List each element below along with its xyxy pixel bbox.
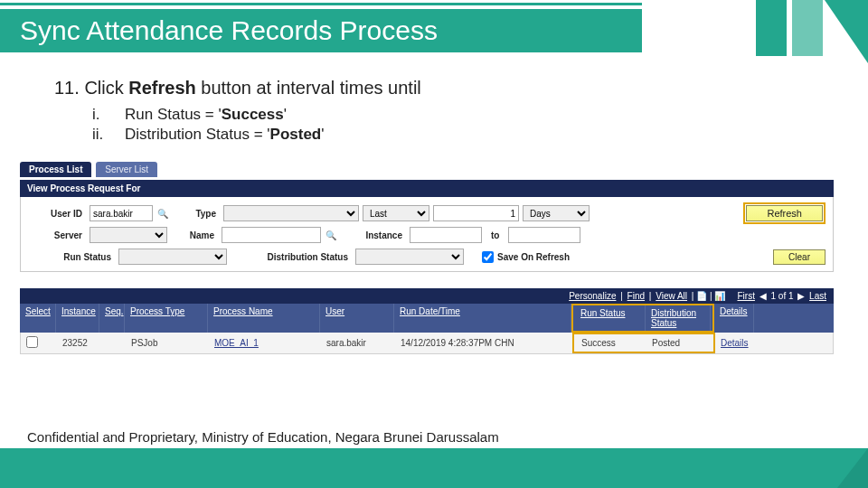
slide-title: Sync Attendance Records Process	[20, 15, 438, 46]
lookup-icon[interactable]: 🔍	[156, 207, 169, 220]
title-ribbon: Sync Attendance Records Process	[0, 9, 642, 52]
highlight-status-headers: Run Status Distribution Status	[571, 304, 714, 333]
cell-run-datetime: 14/12/2019 4:28:37PM CHN	[395, 334, 572, 352]
label-user-id: User ID	[28, 209, 82, 219]
link-viewall[interactable]: View All	[656, 291, 687, 301]
tab-server-list[interactable]: Server List	[96, 162, 157, 177]
cell-dist-status: Posted	[646, 334, 712, 352]
page-range: 1 of 1	[771, 291, 794, 301]
tab-process-list[interactable]: Process List	[20, 162, 91, 177]
slide-body: 11. Click Refresh button at interval tim…	[0, 54, 868, 144]
corner-decoration	[660, 0, 868, 63]
input-name[interactable]	[222, 227, 321, 243]
step-number: 11.	[54, 78, 80, 98]
select-server[interactable]	[90, 227, 167, 243]
link-first[interactable]: First	[737, 291, 754, 301]
input-instance-to[interactable]	[508, 227, 580, 243]
clear-button[interactable]: Clear	[773, 249, 826, 265]
label-run-status: Run Status	[28, 252, 111, 262]
link-last[interactable]: Last	[809, 291, 826, 301]
col-run-status[interactable]: Run Status	[575, 305, 646, 331]
cell-instance: 23252	[57, 334, 100, 352]
footer-wedge	[837, 448, 868, 488]
cell-process-type: PSJob	[126, 334, 209, 352]
section-header: View Process Request For	[20, 180, 834, 197]
filter-form: User ID 🔍 Type Last Days Refresh Server …	[20, 197, 834, 272]
input-instance-from[interactable]	[410, 227, 482, 243]
substep-2: ii. Distribution Status = 'Posted'	[92, 126, 814, 144]
substep-1: i. Run Status = 'Success'	[92, 106, 814, 124]
label-instance: Instance	[341, 230, 402, 240]
input-user-id[interactable]	[90, 205, 153, 221]
select-type[interactable]	[223, 205, 359, 221]
label-name: Name	[171, 230, 214, 240]
link-find[interactable]: Find	[627, 291, 645, 301]
label-dist-status: Distribution Status	[231, 252, 348, 262]
cell-details-link[interactable]: Details	[715, 334, 755, 352]
step-text-bold: Refresh	[128, 78, 195, 98]
step-line: 11. Click Refresh button at interval tim…	[54, 78, 814, 99]
slide-title-bar: Sync Attendance Records Process	[0, 0, 868, 54]
label-type: Type	[173, 209, 216, 219]
col-select[interactable]: Select	[20, 304, 56, 333]
select-dist-status[interactable]	[355, 249, 464, 265]
footer-stripe	[0, 448, 868, 488]
input-period-qty[interactable]	[433, 205, 519, 221]
col-details[interactable]: Details	[714, 304, 754, 333]
cell-run-status: Success	[576, 334, 646, 352]
step-text-suffix: button at interval times until	[196, 78, 421, 98]
filter-row-1: User ID 🔍 Type Last Days Refresh	[28, 202, 826, 224]
highlight-status-cells: Success Posted	[572, 333, 715, 353]
grid-header-row: Select Instance Seq. Process Type Proces…	[20, 304, 834, 333]
grid-toolbar: Personalize | Find | View All | 📄 | 📊 Fi…	[20, 288, 834, 304]
lookup-icon[interactable]: 🔍	[325, 229, 337, 241]
col-process-type[interactable]: Process Type	[125, 304, 208, 333]
refresh-button[interactable]: Refresh	[746, 205, 823, 221]
substep-num: i.	[92, 106, 125, 124]
title-accent-stripe	[0, 3, 642, 5]
substep-num: ii.	[92, 126, 125, 144]
row-select-checkbox[interactable]	[26, 336, 38, 348]
footer-text: Confidential and Proprietary, Ministry o…	[27, 429, 499, 445]
label-server: Server	[28, 230, 82, 240]
label-save-on-refresh: Save On Refresh	[497, 252, 570, 262]
tab-strip: Process List Server List	[20, 162, 834, 180]
col-process-name[interactable]: Process Name	[208, 304, 320, 333]
select-period-unit[interactable]: Days	[523, 205, 590, 221]
col-user[interactable]: User	[320, 304, 394, 333]
table-row: 23252 PSJob MOE_AI_1 sara.bakir 14/12/20…	[20, 333, 834, 354]
screenshot-process-monitor: Process List Server List View Process Re…	[20, 162, 834, 354]
col-instance[interactable]: Instance	[56, 304, 99, 333]
select-period-mode[interactable]: Last	[363, 205, 429, 221]
filter-row-3: Run Status Distribution Status Save On R…	[28, 246, 826, 267]
label-to: to	[486, 230, 505, 240]
highlight-refresh: Refresh	[743, 202, 826, 224]
col-dist-status[interactable]: Distribution Status	[646, 305, 711, 331]
select-run-status[interactable]	[118, 249, 227, 265]
substep-list: i. Run Status = 'Success' ii. Distributi…	[92, 106, 814, 144]
cell-seq	[100, 340, 126, 347]
col-run-datetime[interactable]: Run Date/Time	[394, 304, 571, 333]
link-personalize[interactable]: Personalize	[569, 291, 616, 301]
filter-row-2: Server Name 🔍 Instance to	[28, 224, 826, 246]
cell-process-name[interactable]: MOE_AI_1	[209, 334, 321, 352]
cell-user: sara.bakir	[321, 334, 395, 352]
step-text-prefix: Click	[84, 78, 128, 98]
checkbox-save-on-refresh[interactable]	[482, 251, 494, 263]
col-seq[interactable]: Seq.	[99, 304, 125, 333]
